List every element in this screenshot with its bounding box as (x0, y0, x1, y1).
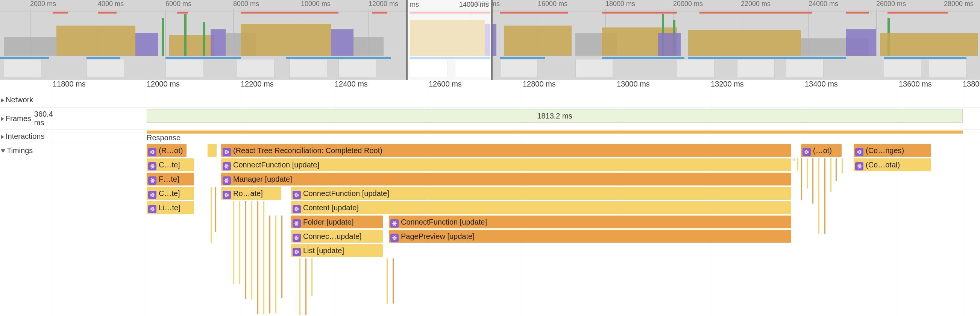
flame-entry[interactable]: Folder [update] (291, 215, 383, 228)
flame-entry[interactable]: Content [update] (291, 201, 791, 214)
disclosure-icon[interactable] (1, 117, 4, 121)
overview-tick: 10000 ms (301, 0, 331, 11)
svg-point-15 (859, 152, 860, 152)
flame-stripe (818, 158, 819, 234)
flame-entry[interactable]: (…ot) (801, 144, 842, 157)
tracks: Network Frames 360.4 ms 1813.2 ms Intera… (0, 93, 980, 316)
ruler-tick: 12400 ms (335, 80, 368, 88)
flame-stripe (387, 259, 388, 303)
flame-entry[interactable]: Connec…update] (291, 230, 383, 243)
flame-entry[interactable]: PagePreview [update] (389, 230, 791, 243)
flame-entry-label: (React Tree Reconciliation: Completed Ro… (233, 146, 382, 155)
flame-entry-label: Content [update] (303, 204, 359, 212)
overview-tick: 4000 ms (98, 0, 124, 11)
react-icon (148, 176, 156, 185)
flame-stripe (812, 158, 813, 204)
overview-tick: 18000 ms (605, 0, 635, 11)
track-label-text: Frames (6, 114, 31, 123)
react-icon (390, 219, 399, 228)
timeline-overview[interactable]: 2000 ms4000 ms6000 ms8000 ms10000 ms1200… (0, 0, 980, 80)
track-interactions[interactable]: Interactions Response (0, 130, 980, 144)
overview-tick: 20000 ms (673, 0, 703, 11)
flame-stripe (233, 201, 234, 284)
overview-tick: 24000 ms (808, 0, 838, 11)
disclosure-icon[interactable] (1, 135, 4, 139)
overview-tick: 22000 ms (741, 0, 770, 11)
react-icon (293, 234, 301, 242)
track-label-text: Interactions (6, 132, 45, 141)
ruler-tick: 12600 ms (429, 80, 462, 88)
react-icon (293, 248, 301, 256)
flame-entry-label: (Co…nges) (865, 146, 904, 155)
react-icon (223, 162, 231, 171)
react-icon (802, 148, 811, 156)
flame-entry[interactable]: C…te] (147, 158, 194, 171)
flame-entry-label: Connec…update] (303, 232, 362, 240)
flame-entry[interactable]: Manager [update] (221, 173, 791, 185)
flame-chart[interactable]: (R…ot)(React Tree Reconciliation: Comple… (52, 144, 980, 316)
flame-stripe (299, 259, 301, 315)
frame-bar[interactable]: 1813.2 ms (147, 109, 963, 123)
svg-point-27 (859, 166, 860, 167)
disclosure-icon[interactable] (1, 149, 5, 153)
flame-stripe (239, 201, 240, 284)
flame-entry[interactable]: ConnectFunction [update] (221, 158, 791, 171)
flame-entry-label: (Co…otal) (865, 161, 900, 169)
flame-entry-label: ConnectFunction [update] (233, 161, 319, 169)
svg-point-47 (296, 195, 297, 195)
interaction-label: Response (147, 134, 180, 142)
overview-cpu-area (0, 11, 980, 56)
ruler-tick: 13200 ms (711, 80, 744, 88)
track-network[interactable]: Network (0, 93, 980, 108)
flame-entry[interactable] (208, 144, 216, 157)
ruler-tick: 12000 ms (147, 80, 180, 88)
flame-stripe (275, 215, 277, 313)
svg-point-67 (296, 237, 297, 238)
flame-entry[interactable]: (Co…otal) (854, 158, 931, 171)
flame-entry-label: (…ot) (813, 146, 832, 155)
flame-stripe (842, 158, 843, 174)
flame-entry[interactable]: Ro…ate] (221, 187, 281, 200)
flame-entry[interactable]: (Co…nges) (854, 144, 931, 157)
flame-stripe (263, 201, 264, 314)
overview-tick: 28000 ms (944, 0, 974, 11)
flame-entry-label: PagePreview [update] (401, 232, 474, 240)
react-icon (148, 205, 156, 213)
ruler-tick: 12800 ms (523, 80, 556, 88)
svg-point-3 (152, 152, 153, 152)
flame-stripe (251, 201, 252, 299)
track-label-text: Network (6, 96, 33, 104)
flame-entry[interactable]: C…te] (147, 187, 194, 200)
svg-point-51 (152, 209, 153, 209)
flame-stripe (215, 187, 216, 232)
svg-point-19 (152, 166, 153, 167)
flame-entry[interactable]: Li…te] (147, 201, 194, 214)
flame-entry-label: Li…te] (159, 204, 180, 212)
svg-point-63 (394, 223, 395, 224)
svg-point-31 (152, 180, 153, 181)
main-ruler[interactable]: 11800 ms12000 ms12200 ms12400 ms12600 ms… (0, 80, 980, 93)
overview-tick: 16000 ms (538, 0, 568, 11)
overview-tick: 6000 ms (165, 0, 191, 11)
interaction-bar[interactable] (147, 131, 963, 134)
flame-entry-label: Ro…ate] (233, 189, 263, 198)
flame-stripe (830, 158, 832, 192)
flame-entry[interactable]: (React Tree Reconciliation: Completed Ro… (221, 144, 791, 157)
ruler-tick: 11800 ms (52, 80, 86, 88)
overview-tick: 8000 ms (233, 0, 259, 11)
flame-entry[interactable]: (R…ot) (147, 144, 186, 157)
flame-entry[interactable]: ConnectFunction [update] (389, 215, 791, 228)
disclosure-icon[interactable] (1, 98, 4, 103)
react-icon (855, 162, 864, 171)
svg-point-39 (152, 195, 153, 195)
track-frames[interactable]: Frames 360.4 ms 1813.2 ms (0, 108, 980, 130)
flame-stripe (797, 158, 799, 171)
track-timings[interactable]: Timings (R…ot)(React Tree Reconciliation… (0, 144, 980, 316)
flame-entry[interactable]: ConnectFunction [update] (291, 187, 791, 200)
flame-entry-label: Manager [update] (233, 175, 292, 183)
flame-stripe (794, 158, 795, 161)
flame-entry[interactable]: F…te] (147, 173, 194, 185)
flame-entry[interactable]: List [update] (291, 244, 383, 257)
svg-point-71 (394, 237, 395, 238)
react-icon (148, 148, 156, 156)
